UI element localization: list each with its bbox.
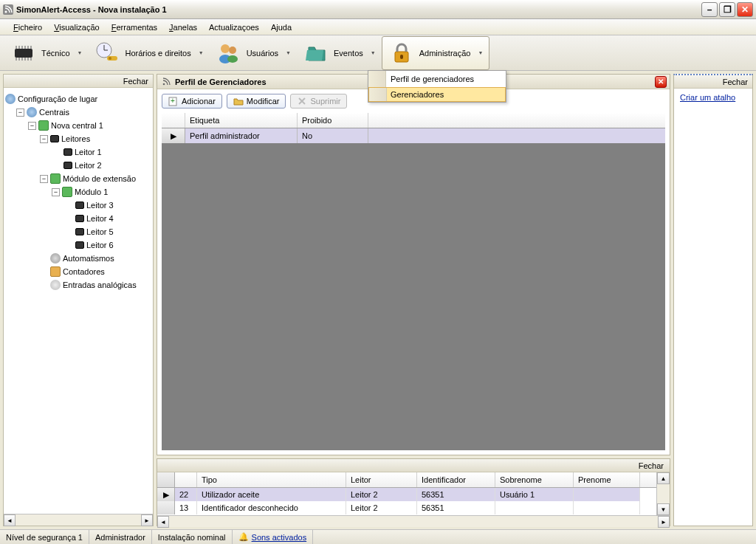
menu-ferramentas[interactable]: Ferramentas (106, 21, 163, 34)
scroll-left-icon[interactable]: ◄ (4, 514, 16, 526)
svg-rect-2 (15, 49, 32, 58)
col-prenome[interactable]: Prenome (574, 472, 640, 487)
add-icon: + (168, 96, 179, 106)
tree-view[interactable]: Configuração de lugar −Centrais −Nova ce… (4, 88, 153, 514)
event-row[interactable]: ▶ 22 Utilizador aceite Leitor 2 56351 Us… (157, 488, 656, 501)
tool-tecnico[interactable]: Técnico ▼ (4, 37, 88, 69)
tree-leitores[interactable]: −Leitores (5, 132, 151, 145)
tool-administracao[interactable]: Administração ▼ (382, 36, 490, 70)
scroll-up-icon[interactable]: ▲ (657, 472, 670, 484)
svg-point-19 (109, 57, 111, 60)
tree-label: Entradas analógicas (63, 280, 137, 289)
panel-close-button[interactable]: ✕ (655, 76, 667, 88)
chip-icon (10, 40, 37, 66)
tree-close-button[interactable]: Fechar (4, 75, 153, 88)
collapse-icon[interactable]: − (28, 122, 36, 130)
globe-icon (27, 107, 37, 117)
dropdown-label: Perfil de gerenciadores (391, 75, 474, 83)
delete-button: Suprimir (290, 94, 347, 109)
tree-automatismos[interactable]: Automatismos (5, 252, 151, 265)
col-proibido[interactable]: Proibido (298, 113, 368, 128)
dropdown-item-perfil[interactable]: Perfil de gerenciadores (368, 71, 506, 87)
col-tipo[interactable]: Tipo (197, 472, 346, 487)
reader-icon (50, 135, 59, 142)
clock-key-icon (94, 40, 120, 66)
cell-leitor: Leitor 2 (346, 501, 417, 514)
scroll-track[interactable] (657, 484, 670, 503)
scroll-track[interactable] (169, 516, 658, 527)
tree-leitor4[interactable]: Leitor 4 (5, 212, 151, 225)
events-grid[interactable]: Tipo Leitor Identificador Sobrenome Pren… (157, 472, 656, 515)
sounds-link[interactable]: Sons activados (252, 533, 307, 542)
events-close-button[interactable]: Fechar (157, 459, 670, 472)
tree-label: Leitor 3 (86, 201, 114, 210)
modify-button[interactable]: Modificar (227, 94, 286, 109)
col-etiqueta[interactable]: Etiqueta (185, 113, 298, 128)
tool-label: Horários e direitos (125, 49, 190, 58)
tool-usuarios[interactable]: Usuários ▼ (210, 37, 297, 69)
collapse-icon[interactable]: − (52, 188, 60, 196)
collapse-icon[interactable]: − (40, 175, 48, 183)
tree-entradas[interactable]: Entradas analógicas (5, 278, 151, 292)
tree-nova-central[interactable]: −Nova central 1 (5, 119, 151, 132)
tool-eventos[interactable]: Eventos ▼ (297, 37, 382, 69)
menubar: Ficheiro Visualização Ferramentas Janela… (0, 19, 756, 35)
menu-label: Ajuda (271, 23, 292, 32)
menu-label: anelas (173, 23, 197, 32)
delete-icon (297, 96, 307, 106)
profiles-grid[interactable]: Etiqueta Proibido ▶ Perfil administrador… (162, 113, 665, 450)
menu-ficheiro[interactable]: Ficheiro (7, 21, 48, 34)
tree-label: Leitor 5 (86, 227, 114, 236)
tool-horarios[interactable]: Horários e direitos ▼ (88, 37, 209, 69)
tree-leitor6[interactable]: Leitor 6 (5, 238, 151, 252)
tree-modulo1[interactable]: −Módulo 1 (5, 185, 151, 199)
menu-janelas[interactable]: Janelas (163, 21, 203, 34)
cell-sobrenome: Usuário 1 (495, 488, 574, 501)
col-identificador[interactable]: Identificador (417, 472, 495, 487)
menu-ajuda[interactable]: Ajuda (265, 21, 298, 34)
scroll-right-icon[interactable]: ► (658, 516, 670, 528)
svg-point-22 (229, 47, 236, 54)
chevron-down-icon: ▼ (371, 50, 376, 55)
tree-leitor2[interactable]: Leitor 2 (5, 159, 151, 172)
scroll-right-icon[interactable]: ► (141, 514, 153, 526)
scroll-track[interactable] (16, 514, 141, 526)
bell-icon: 🔔 (238, 532, 249, 542)
menu-visualizacao[interactable]: Visualização (48, 21, 106, 34)
cell-tipo: Identificador desconhecido (197, 501, 346, 514)
tree-centrais[interactable]: −Centrais (5, 106, 151, 119)
app-icon (3, 4, 13, 15)
events-vscrollbar[interactable]: ▲ ▼ (656, 472, 670, 515)
event-row[interactable]: 13 Identificador desconhecido Leitor 2 5… (157, 501, 656, 514)
tree-leitor3[interactable]: Leitor 3 (5, 199, 151, 212)
button-label: Adicionar (182, 97, 216, 106)
events-hscrollbar[interactable]: ◄ ► (157, 515, 670, 527)
tree-label: Automatismos (63, 254, 114, 263)
menu-actualizacoes[interactable]: Actualizaçoes (203, 21, 265, 34)
col-num[interactable] (175, 472, 197, 487)
shortcuts-close-button[interactable]: Fechar (674, 75, 752, 89)
add-button[interactable]: +Adicionar (162, 94, 222, 109)
create-shortcut-link[interactable]: Criar um atalho (674, 89, 752, 106)
tree-modulo-ext[interactable]: −Módulo de extensão (5, 172, 151, 185)
scroll-down-icon[interactable]: ▼ (657, 503, 670, 515)
tree-label: Módulo 1 (75, 187, 108, 196)
dropdown-item-gerenciadores[interactable]: Gerenciadores (368, 87, 506, 102)
col-sobrenome[interactable]: Sobrenome (495, 472, 574, 487)
close-button[interactable]: ✕ (737, 2, 753, 17)
collapse-icon[interactable]: − (40, 135, 48, 143)
tree-leitor5[interactable]: Leitor 5 (5, 225, 151, 238)
tree-hscrollbar[interactable]: ◄ ► (4, 514, 153, 526)
menu-label: erramentas (116, 23, 157, 32)
tree-leitor1[interactable]: Leitor 1 (5, 145, 151, 159)
tree-root[interactable]: Configuração de lugar (5, 92, 151, 106)
maximize-button[interactable]: ❐ (719, 2, 735, 17)
minimize-button[interactable]: – (701, 2, 718, 17)
col-leitor[interactable]: Leitor (346, 472, 417, 487)
menu-label: icheiro (18, 23, 42, 32)
grid-row[interactable]: ▶ Perfil administrador No (162, 128, 665, 143)
collapse-icon[interactable]: − (16, 109, 24, 117)
dropdown-gutter (368, 71, 386, 87)
tree-contadores[interactable]: Contadores (5, 265, 151, 278)
scroll-left-icon[interactable]: ◄ (157, 516, 169, 528)
